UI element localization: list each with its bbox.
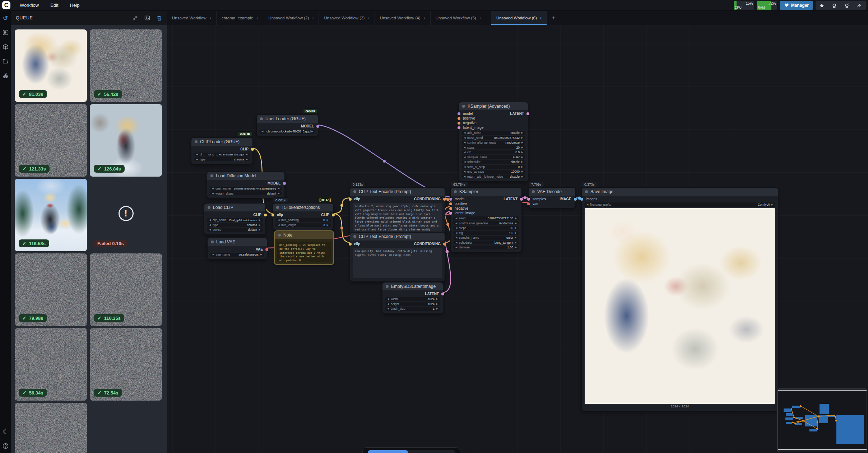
node-load-vae[interactable]: Load VAE VAE vae_nameae.safetensors — [208, 238, 267, 259]
queue-history-icon[interactable]: ↺ — [1, 13, 10, 23]
node-save-image[interactable]: 0.373s Save Image images filename_prefix… — [582, 188, 778, 411]
node-note[interactable]: Note min_padding 1 is supposed to be the… — [275, 231, 333, 264]
bell-icon[interactable] — [828, 1, 841, 10]
widget-steps[interactable]: steps30 — [453, 226, 519, 230]
queue-item-6-failed[interactable]: !Failed 0.10s — [90, 179, 162, 251]
unsaved-dot-icon[interactable]: ● — [424, 17, 425, 19]
widget-end-at-step[interactable]: end_at_step10000 — [461, 170, 525, 174]
collapse-dot[interactable] — [210, 174, 213, 177]
widget-scheduler[interactable]: schedulerbong_tangent — [453, 240, 519, 244]
model-output-dot[interactable] — [283, 182, 286, 185]
widget-device[interactable]: devicedefault — [207, 228, 263, 232]
negative-input-dot[interactable] — [449, 207, 452, 210]
collapse-dot[interactable] — [278, 234, 281, 237]
logs-icon[interactable] — [1, 28, 10, 37]
positive-input-dot[interactable] — [458, 117, 460, 120]
positive-input-dot[interactable] — [449, 202, 452, 205]
queue-item-3[interactable]: ✓121.33s — [15, 104, 87, 177]
model-input-dot[interactable] — [458, 112, 460, 115]
workflows-folder-icon[interactable] — [1, 56, 10, 66]
menu-help[interactable]: Help — [64, 0, 85, 11]
widget-clip-name[interactable]: cl ...t5-v1_1-xxl-encoder-f16.gguf — [194, 153, 250, 157]
node-unet-loader-gguf[interactable]: GGUF Unet Loader (GGUF) MODEL chroma-unl… — [257, 115, 318, 136]
note-text[interactable]: min_padding 1 is supposed to be the offi… — [277, 242, 331, 262]
widget-denoise[interactable]: denoise1.00 — [453, 246, 519, 249]
collapse-dot[interactable] — [386, 285, 389, 288]
clip-input-dot[interactable] — [271, 214, 274, 216]
widget-weight-dtype[interactable]: weight_dtypedefault — [210, 191, 282, 195]
widget-control-after-generate[interactable]: control after generaterandomize — [461, 141, 525, 145]
share-arrow-icon[interactable] — [853, 1, 866, 10]
tab-unsaved-workflow-6-active[interactable]: Unsaved Workflow (6)● — [491, 11, 547, 25]
widget-sampler-name[interactable]: sampler_nameeuler — [453, 236, 519, 240]
clip-output-dot[interactable] — [332, 214, 335, 216]
widget-control-after-generate[interactable]: control after generaterandomize — [453, 221, 519, 225]
widget-type[interactable]: typechroma — [194, 157, 250, 161]
node-vae-decode[interactable]: 7.709s VAE Decode samplesIMAGE vae — [529, 188, 575, 208]
collapse-dot[interactable] — [585, 190, 588, 193]
widget-type[interactable]: typechroma — [207, 223, 263, 227]
model-library-icon[interactable] — [1, 42, 10, 51]
manager-button[interactable]: Manager — [780, 1, 813, 10]
collapse-panel-icon[interactable] — [133, 15, 138, 21]
menu-workflow[interactable]: Workflow — [14, 0, 45, 11]
clip-output-dot[interactable] — [264, 214, 267, 216]
image-output-dot[interactable] — [574, 198, 577, 201]
samples-input-dot[interactable] — [527, 198, 530, 201]
widget-min-length[interactable]: min_length3 — [275, 223, 331, 227]
node-empty-sd3-latent-image[interactable]: EmptySD3LatentImage LATENT width1024 hei… — [382, 282, 443, 313]
collapse-dot[interactable] — [532, 190, 535, 193]
model-output-dot[interactable] — [316, 125, 319, 128]
widget-return-with-leftover-noise[interactable]: return_with_leftover_noisedisable — [461, 174, 525, 178]
tab-unsaved-workflow-2[interactable]: Unsaved Workflow (2)● — [263, 11, 319, 25]
queue-item-5[interactable]: ✓116.58s — [15, 179, 87, 251]
tab-unsaved-workflow-4[interactable]: Unsaved Workflow (4)● — [375, 11, 431, 25]
widget-seed[interactable]: seed610947336712130 — [453, 216, 519, 220]
node-load-diffusion-model[interactable]: Load Diffusion Model MODEL unet_namechro… — [207, 172, 284, 198]
queue-item-9[interactable]: ✓56.34s — [15, 328, 87, 401]
unsaved-dot-icon[interactable]: ● — [210, 17, 211, 19]
widget-steps[interactable]: steps20 — [461, 145, 525, 149]
vae-output-dot[interactable] — [265, 248, 268, 251]
clip-input-dot[interactable] — [349, 243, 352, 246]
node-ksampler[interactable]: 63.754s KSampler modelLATENT positive ne… — [451, 188, 521, 252]
node-load-clip[interactable]: Load CLIP CLIP clip_namet5xxl_fp16.safet… — [204, 204, 265, 234]
star-icon[interactable] — [816, 1, 828, 10]
positive-prompt-text[interactable]: aesthetic 2, anime rpg game style, cute … — [353, 203, 442, 232]
vae-input-dot[interactable] — [527, 202, 530, 205]
collapse-dot[interactable] — [353, 190, 356, 193]
widget-unet-name[interactable]: unet_namechroma-unlocked-v48.safetensors — [210, 187, 282, 191]
collapse-dot[interactable] — [462, 105, 465, 108]
queue-item-7[interactable]: ✓79.98s — [15, 253, 87, 326]
queue-item-8[interactable]: ✓110.35s — [90, 253, 162, 326]
node-t5-tokenizer-options[interactable]: 0.001s [BETA] T5TokenizerOptions clipCLI… — [273, 204, 333, 230]
widget-vae-name[interactable]: vae_nameae.safetensors — [210, 253, 264, 257]
model-input-dot[interactable] — [449, 198, 452, 201]
widget-cfg[interactable]: cfg1.0 — [453, 231, 519, 235]
widget-unet-name[interactable]: chroma-unlocked-v48-Q8_0.gguf — [259, 130, 315, 134]
widget-add-noise[interactable]: add_noiseenable — [461, 131, 525, 135]
widget-width[interactable]: width1024 — [385, 297, 440, 301]
tab-unsaved-workflow-3[interactable]: Unsaved Workflow (3)● — [319, 11, 375, 25]
widget-filename-prefix[interactable]: filename_prefixComfyUI — [584, 202, 775, 207]
widget-height[interactable]: height1024 — [385, 302, 440, 306]
collapse-dot[interactable] — [276, 206, 279, 209]
unsaved-dot-icon[interactable]: ● — [540, 17, 542, 19]
collapse-dot[interactable] — [195, 140, 198, 143]
widget-batch-size[interactable]: batch_size1 — [385, 307, 440, 311]
latent-image-input-dot[interactable] — [458, 126, 460, 129]
theme-toggle-moon-icon[interactable]: ☾ — [1, 427, 10, 436]
queue-item-11[interactable] — [15, 403, 87, 453]
unsaved-dot-icon[interactable]: ● — [479, 17, 481, 19]
latent-image-input-dot[interactable] — [449, 212, 452, 215]
negative-prompt-text[interactable]: low quality, bad anatomy, extra digits, … — [353, 248, 442, 278]
collapse-dot[interactable] — [353, 235, 356, 238]
widget-clip-name[interactable]: clip_namet5xxl_fp16.safetensors — [207, 218, 263, 222]
unsaved-dot-icon[interactable]: ● — [368, 17, 369, 19]
tab-unsaved-workflow-5[interactable]: Unsaved Workflow (5)● — [431, 11, 486, 25]
comfyui-logo[interactable]: C — [2, 1, 10, 9]
queue-item-1[interactable]: ✓81.03s — [15, 29, 87, 102]
bottom-action-bar[interactable] — [362, 447, 460, 453]
minimap[interactable] — [777, 388, 867, 452]
latent-output-dot[interactable] — [520, 198, 523, 201]
